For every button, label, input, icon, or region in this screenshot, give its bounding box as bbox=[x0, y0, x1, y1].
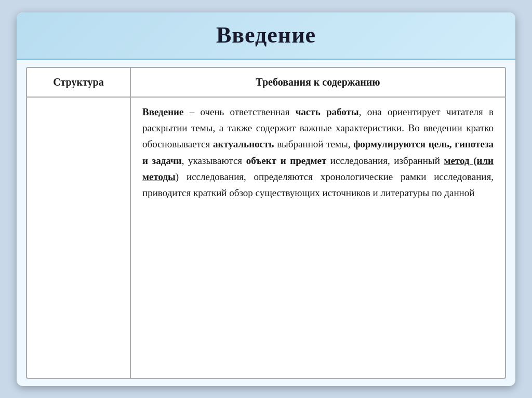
slide-title: Введение bbox=[32, 22, 500, 48]
col-requirements-cell: Введение – очень ответственная часть раб… bbox=[131, 98, 505, 378]
slide-body: Структура Требования к содержанию Введен… bbox=[26, 67, 506, 379]
aktualnost-label: актуальность bbox=[213, 139, 274, 149]
requirements-text: Введение – очень ответственная часть раб… bbox=[142, 104, 494, 201]
slide-container: Введение Структура Требования к содержан… bbox=[17, 12, 515, 386]
table-body-row: Введение – очень ответственная часть раб… bbox=[27, 98, 505, 378]
slide-header: Введение bbox=[17, 12, 515, 60]
col-structure-header: Структура bbox=[27, 68, 131, 97]
table-header-row: Структура Требования к содержанию bbox=[27, 68, 505, 98]
chast-label: часть работы bbox=[296, 106, 359, 117]
obekt-label: объект и предмет bbox=[246, 155, 327, 166]
col-requirements-header: Требования к содержанию bbox=[131, 68, 505, 97]
vvedenie-label: Введение bbox=[142, 106, 184, 117]
col-structure-cell bbox=[27, 98, 131, 378]
table-wrapper: Структура Требования к содержанию Введен… bbox=[27, 68, 505, 378]
